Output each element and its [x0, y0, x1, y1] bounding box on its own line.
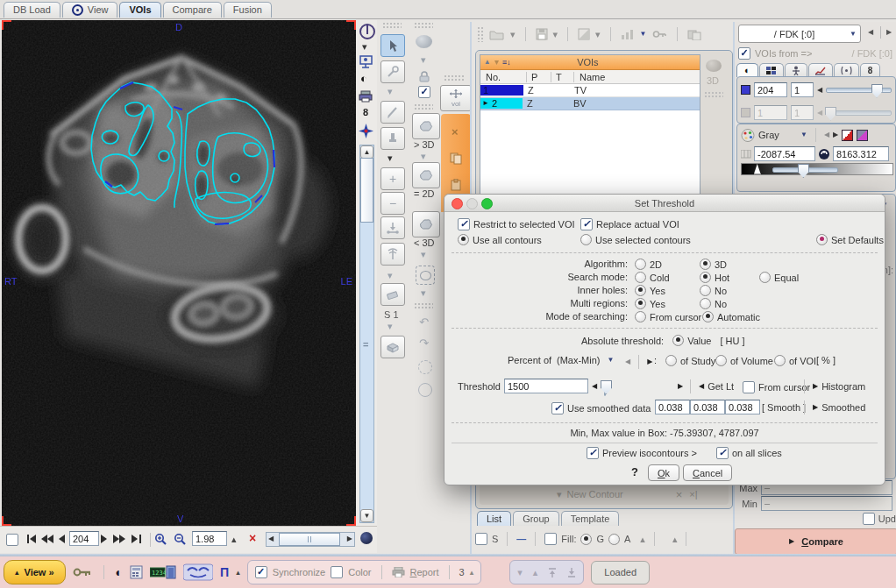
- fusion-mask-icon[interactable]: [183, 563, 213, 581]
- toolbar-grip[interactable]: [382, 22, 402, 28]
- hscroll-right[interactable]: ▶: [347, 535, 352, 542]
- brush-tool-button[interactable]: [380, 127, 405, 150]
- collapse-up-icon[interactable]: ▴: [533, 568, 538, 577]
- inner-holes-no-radio[interactable]: [700, 285, 711, 296]
- smooth-y-input[interactable]: [690, 400, 725, 414]
- col-t[interactable]: T: [551, 72, 574, 82]
- render-grip[interactable]: [704, 91, 723, 97]
- sphere-tool-icon[interactable]: [416, 35, 432, 48]
- smooth-x-input[interactable]: [655, 400, 690, 414]
- sphere-dropdown[interactable]: ▾: [421, 55, 426, 65]
- frame-field[interactable]: [791, 82, 814, 97]
- compare-vois-icon[interactable]: [687, 29, 701, 40]
- slice-field-2[interactable]: [754, 105, 787, 120]
- dock-top-icon[interactable]: [548, 568, 557, 577]
- viewer-select-checkbox[interactable]: [6, 534, 18, 546]
- col-no[interactable]: No.: [480, 72, 527, 82]
- cursor-tool-button[interactable]: [380, 34, 405, 57]
- zoom-out-button[interactable]: [174, 533, 187, 546]
- contrast-toggle-icon[interactable]: ◐: [116, 566, 123, 578]
- tab-list[interactable]: List: [477, 511, 511, 526]
- pencil-tool-button[interactable]: [380, 101, 405, 124]
- get-lt-label[interactable]: Get Lt: [708, 381, 734, 392]
- colormap-next[interactable]: ▶: [833, 131, 838, 138]
- auto-contour-dropdown[interactable]: ▾: [421, 288, 426, 298]
- help-button[interactable]: ?: [631, 465, 638, 478]
- frame-slider[interactable]: [826, 110, 892, 116]
- eraser-3d-button[interactable]: [380, 336, 405, 358]
- col-name[interactable]: Name: [574, 72, 700, 82]
- voi-2d-button[interactable]: [412, 162, 440, 188]
- voi-lt3d-dropdown[interactable]: ▾: [421, 250, 426, 259]
- footer-up-2[interactable]: ▴: [672, 535, 678, 544]
- compare-button[interactable]: ▶ Compare: [735, 528, 896, 555]
- print-icon[interactable]: [359, 90, 373, 103]
- multi-regions-yes-radio[interactable]: [635, 298, 646, 309]
- colormap-prev[interactable]: ◀: [824, 131, 829, 138]
- new-contour-bar[interactable]: ▾ New Contour × ×|: [480, 484, 729, 505]
- prev-slice-button[interactable]: [58, 535, 65, 543]
- lut-mode-icon[interactable]: [857, 130, 868, 141]
- percent-of-value[interactable]: (Max-Min): [557, 355, 601, 365]
- strip-dropdown-icon[interactable]: ▾: [362, 42, 367, 52]
- tab-vois[interactable]: VOIs: [119, 2, 160, 18]
- percent-slider-thumb[interactable]: [798, 164, 809, 178]
- calculator-icon[interactable]: [130, 565, 143, 579]
- footer-up-1[interactable]: ▴: [640, 535, 645, 544]
- use-selected-contours-radio[interactable]: [580, 234, 592, 245]
- open-voi-icon[interactable]: [489, 29, 505, 40]
- colormap-dropdown[interactable]: ▼: [800, 131, 807, 138]
- frame-slider-thumb[interactable]: [825, 107, 836, 121]
- algorithm-2d-radio[interactable]: [635, 259, 646, 270]
- sort-asc-icon[interactable]: ▲: [484, 59, 491, 66]
- table-row[interactable]: 1 Z TV: [480, 84, 700, 97]
- toolbar-grip-4[interactable]: [414, 302, 433, 308]
- set-defaults-radio[interactable]: [816, 234, 828, 245]
- view-menu-button[interactable]: ▴ View »: [4, 560, 66, 584]
- copy-voi-icon[interactable]: [450, 152, 462, 165]
- of-voi-radio[interactable]: [774, 355, 786, 366]
- open-voi-dropdown[interactable]: ▾: [510, 30, 516, 39]
- replace-voi-checkbox[interactable]: [580, 218, 593, 230]
- voi-3d-button[interactable]: [412, 113, 440, 139]
- first-slice-button[interactable]: [26, 535, 37, 543]
- synchronize-checkbox[interactable]: [255, 566, 267, 578]
- close-window-button[interactable]: [452, 198, 463, 209]
- dock-bottom-icon[interactable]: [567, 568, 576, 577]
- collapse-down-icon[interactable]: ▾: [517, 568, 523, 577]
- clear-contour-icon[interactable]: ×: [676, 489, 683, 500]
- tab-link[interactable]: 8: [860, 63, 881, 77]
- transfer-contour-button[interactable]: [380, 216, 405, 239]
- scroll-split-handle[interactable]: =: [363, 340, 368, 350]
- percent-spin-right[interactable]: ▶: [647, 358, 652, 365]
- slice-number-field[interactable]: [69, 531, 99, 546]
- frame-field-2[interactable]: [791, 105, 814, 120]
- series-prev-button[interactable]: ◀: [868, 29, 873, 36]
- ok-button[interactable]: Ok: [648, 464, 679, 481]
- zoom-in-button[interactable]: [154, 533, 167, 546]
- brush-dropdown[interactable]: ▾: [388, 153, 393, 163]
- tab-view[interactable]: View: [62, 2, 118, 18]
- search-cold-radio[interactable]: [635, 272, 646, 283]
- smoothed-label[interactable]: Smoothed: [821, 402, 865, 413]
- statistics-icon[interactable]: [621, 29, 635, 40]
- shrink-region-button[interactable]: −: [380, 192, 405, 215]
- automatic-radio[interactable]: [702, 311, 714, 322]
- pixel-value-icon[interactable]: 1234: [150, 564, 176, 580]
- of-volume-radio[interactable]: [715, 355, 727, 366]
- voi-lt3d-button[interactable]: [412, 211, 440, 237]
- clear-all-contours-icon[interactable]: ×|: [689, 490, 697, 499]
- paste-voi-icon[interactable]: [450, 179, 462, 191]
- threshold-slider[interactable]: [604, 384, 606, 396]
- window-min-field[interactable]: [754, 146, 815, 161]
- threshold-input[interactable]: [504, 379, 588, 393]
- search-hot-radio[interactable]: [700, 272, 711, 283]
- tool-more-dropdown[interactable]: ▾: [388, 87, 393, 96]
- grow-region-button[interactable]: +: [380, 167, 405, 190]
- toolbar-grip-2[interactable]: [414, 22, 433, 28]
- auto-window-icon[interactable]: [818, 148, 830, 160]
- tab-fusion[interactable]: Fusion: [224, 2, 272, 18]
- slice-step-left[interactable]: ◀: [817, 87, 822, 94]
- color-checkbox[interactable]: [331, 566, 343, 578]
- inner-holes-yes-radio[interactable]: [635, 285, 646, 296]
